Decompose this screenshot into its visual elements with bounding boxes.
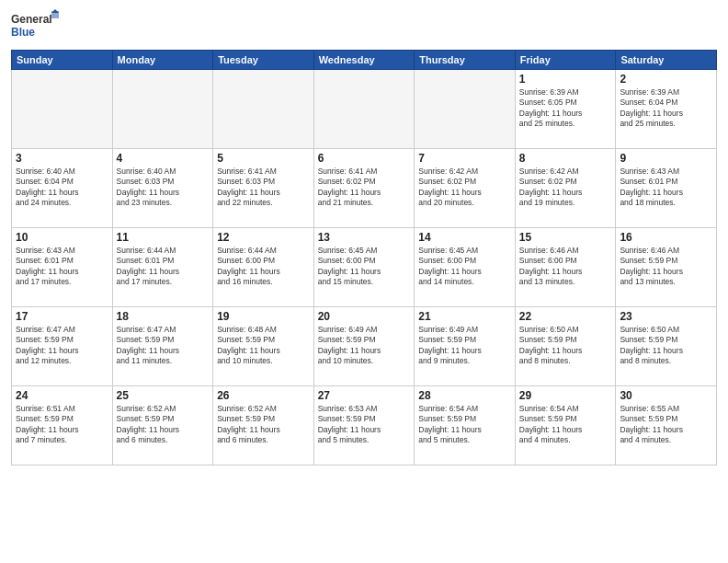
cell-info: Sunrise: 6:54 AM Sunset: 5:59 PM Dayligh…: [418, 404, 511, 446]
cell-info: Sunrise: 6:47 AM Sunset: 5:59 PM Dayligh…: [16, 325, 108, 367]
cell-info: Sunrise: 6:49 AM Sunset: 5:59 PM Dayligh…: [318, 325, 411, 367]
calendar-cell: 26Sunrise: 6:52 AM Sunset: 5:59 PM Dayli…: [213, 386, 314, 465]
calendar-cell: 11Sunrise: 6:44 AM Sunset: 6:01 PM Dayli…: [112, 228, 213, 307]
cell-info: Sunrise: 6:52 AM Sunset: 5:59 PM Dayligh…: [117, 404, 210, 446]
weekday-sunday: Sunday: [12, 51, 113, 70]
day-number: 3: [16, 152, 108, 165]
day-number: 13: [318, 231, 411, 244]
weekday-saturday: Saturday: [616, 51, 717, 70]
day-number: 10: [16, 231, 108, 244]
day-number: 11: [117, 231, 210, 244]
weekday-header-row: SundayMondayTuesdayWednesdayThursdayFrid…: [12, 51, 717, 70]
cell-info: Sunrise: 6:46 AM Sunset: 5:59 PM Dayligh…: [620, 246, 712, 288]
calendar-cell: 16Sunrise: 6:46 AM Sunset: 5:59 PM Dayli…: [616, 228, 717, 307]
cell-info: Sunrise: 6:50 AM Sunset: 5:59 PM Dayligh…: [519, 325, 612, 367]
cell-info: Sunrise: 6:45 AM Sunset: 6:00 PM Dayligh…: [418, 246, 511, 288]
calendar-cell: 24Sunrise: 6:51 AM Sunset: 5:59 PM Dayli…: [12, 386, 113, 465]
calendar-cell: 15Sunrise: 6:46 AM Sunset: 6:00 PM Dayli…: [515, 228, 616, 307]
week-row-0: 1Sunrise: 6:39 AM Sunset: 6:05 PM Daylig…: [12, 70, 717, 149]
page: General Blue SundayMondayTuesdayWednesda…: [0, 0, 728, 563]
day-number: 5: [217, 152, 310, 165]
day-number: 20: [318, 310, 411, 323]
cell-info: Sunrise: 6:44 AM Sunset: 6:01 PM Dayligh…: [117, 246, 210, 288]
cell-info: Sunrise: 6:55 AM Sunset: 5:59 PM Dayligh…: [620, 404, 712, 446]
calendar-cell: 13Sunrise: 6:45 AM Sunset: 6:00 PM Dayli…: [313, 228, 415, 307]
calendar-cell: 20Sunrise: 6:49 AM Sunset: 5:59 PM Dayli…: [313, 307, 415, 386]
cell-info: Sunrise: 6:41 AM Sunset: 6:03 PM Dayligh…: [217, 167, 310, 209]
calendar-cell: [112, 70, 213, 149]
logo-svg: General Blue: [11, 9, 59, 42]
calendar-cell: 27Sunrise: 6:53 AM Sunset: 5:59 PM Dayli…: [313, 386, 415, 465]
day-number: 12: [217, 231, 310, 244]
day-number: 17: [16, 310, 108, 323]
day-number: 27: [318, 389, 411, 402]
day-number: 8: [519, 152, 612, 165]
calendar-cell: 25Sunrise: 6:52 AM Sunset: 5:59 PM Dayli…: [112, 386, 213, 465]
weekday-monday: Monday: [112, 51, 213, 70]
cell-info: Sunrise: 6:43 AM Sunset: 6:01 PM Dayligh…: [620, 167, 712, 209]
logo: General Blue: [11, 9, 59, 42]
calendar: SundayMondayTuesdayWednesdayThursdayFrid…: [11, 50, 717, 465]
calendar-cell: 29Sunrise: 6:54 AM Sunset: 5:59 PM Dayli…: [515, 386, 616, 465]
day-number: 6: [318, 152, 411, 165]
calendar-cell: 19Sunrise: 6:48 AM Sunset: 5:59 PM Dayli…: [213, 307, 314, 386]
calendar-cell: 5Sunrise: 6:41 AM Sunset: 6:03 PM Daylig…: [213, 149, 314, 228]
cell-info: Sunrise: 6:51 AM Sunset: 5:59 PM Dayligh…: [16, 404, 108, 446]
cell-info: Sunrise: 6:52 AM Sunset: 5:59 PM Dayligh…: [217, 404, 310, 446]
calendar-cell: [415, 70, 516, 149]
cell-info: Sunrise: 6:45 AM Sunset: 6:00 PM Dayligh…: [318, 246, 411, 288]
calendar-cell: 2Sunrise: 6:39 AM Sunset: 6:04 PM Daylig…: [616, 70, 717, 149]
calendar-cell: 14Sunrise: 6:45 AM Sunset: 6:00 PM Dayli…: [415, 228, 516, 307]
cell-info: Sunrise: 6:48 AM Sunset: 5:59 PM Dayligh…: [217, 325, 310, 367]
calendar-cell: 9Sunrise: 6:43 AM Sunset: 6:01 PM Daylig…: [616, 149, 717, 228]
day-number: 1: [519, 73, 612, 86]
calendar-cell: [313, 70, 415, 149]
weekday-thursday: Thursday: [415, 51, 516, 70]
weekday-wednesday: Wednesday: [313, 51, 415, 70]
cell-info: Sunrise: 6:42 AM Sunset: 6:02 PM Dayligh…: [418, 167, 511, 209]
week-row-1: 3Sunrise: 6:40 AM Sunset: 6:04 PM Daylig…: [12, 149, 717, 228]
cell-info: Sunrise: 6:42 AM Sunset: 6:02 PM Dayligh…: [519, 167, 612, 209]
calendar-cell: 12Sunrise: 6:44 AM Sunset: 6:00 PM Dayli…: [213, 228, 314, 307]
calendar-cell: 3Sunrise: 6:40 AM Sunset: 6:04 PM Daylig…: [12, 149, 113, 228]
calendar-cell: 10Sunrise: 6:43 AM Sunset: 6:01 PM Dayli…: [12, 228, 113, 307]
calendar-cell: 7Sunrise: 6:42 AM Sunset: 6:02 PM Daylig…: [415, 149, 516, 228]
day-number: 18: [117, 310, 210, 323]
calendar-cell: 21Sunrise: 6:49 AM Sunset: 5:59 PM Dayli…: [415, 307, 516, 386]
day-number: 23: [620, 310, 712, 323]
day-number: 21: [418, 310, 511, 323]
cell-info: Sunrise: 6:50 AM Sunset: 5:59 PM Dayligh…: [620, 325, 712, 367]
day-number: 28: [418, 389, 511, 402]
cell-info: Sunrise: 6:40 AM Sunset: 6:03 PM Dayligh…: [117, 167, 210, 209]
day-number: 7: [418, 152, 511, 165]
cell-info: Sunrise: 6:40 AM Sunset: 6:04 PM Dayligh…: [16, 167, 108, 209]
cell-info: Sunrise: 6:41 AM Sunset: 6:02 PM Dayligh…: [318, 167, 411, 209]
day-number: 26: [217, 389, 310, 402]
day-number: 14: [418, 231, 511, 244]
day-number: 22: [519, 310, 612, 323]
day-number: 2: [620, 73, 712, 86]
calendar-cell: 23Sunrise: 6:50 AM Sunset: 5:59 PM Dayli…: [616, 307, 717, 386]
cell-info: Sunrise: 6:46 AM Sunset: 6:00 PM Dayligh…: [519, 246, 612, 288]
day-number: 19: [217, 310, 310, 323]
cell-info: Sunrise: 6:54 AM Sunset: 5:59 PM Dayligh…: [519, 404, 612, 446]
weekday-tuesday: Tuesday: [213, 51, 314, 70]
calendar-cell: 8Sunrise: 6:42 AM Sunset: 6:02 PM Daylig…: [515, 149, 616, 228]
calendar-cell: 22Sunrise: 6:50 AM Sunset: 5:59 PM Dayli…: [515, 307, 616, 386]
cell-info: Sunrise: 6:39 AM Sunset: 6:05 PM Dayligh…: [519, 87, 612, 130]
calendar-cell: [213, 70, 314, 149]
calendar-cell: 4Sunrise: 6:40 AM Sunset: 6:03 PM Daylig…: [112, 149, 213, 228]
calendar-cell: [12, 70, 113, 149]
weekday-friday: Friday: [515, 51, 616, 70]
cell-info: Sunrise: 6:53 AM Sunset: 5:59 PM Dayligh…: [318, 404, 411, 446]
day-number: 15: [519, 231, 612, 244]
cell-info: Sunrise: 6:39 AM Sunset: 6:04 PM Dayligh…: [620, 87, 712, 130]
day-number: 9: [620, 152, 712, 165]
week-row-2: 10Sunrise: 6:43 AM Sunset: 6:01 PM Dayli…: [12, 228, 717, 307]
week-row-3: 17Sunrise: 6:47 AM Sunset: 5:59 PM Dayli…: [12, 307, 717, 386]
calendar-cell: 18Sunrise: 6:47 AM Sunset: 5:59 PM Dayli…: [112, 307, 213, 386]
day-number: 29: [519, 389, 612, 402]
day-number: 24: [16, 389, 108, 402]
day-number: 16: [620, 231, 712, 244]
svg-text:General: General: [11, 13, 52, 26]
